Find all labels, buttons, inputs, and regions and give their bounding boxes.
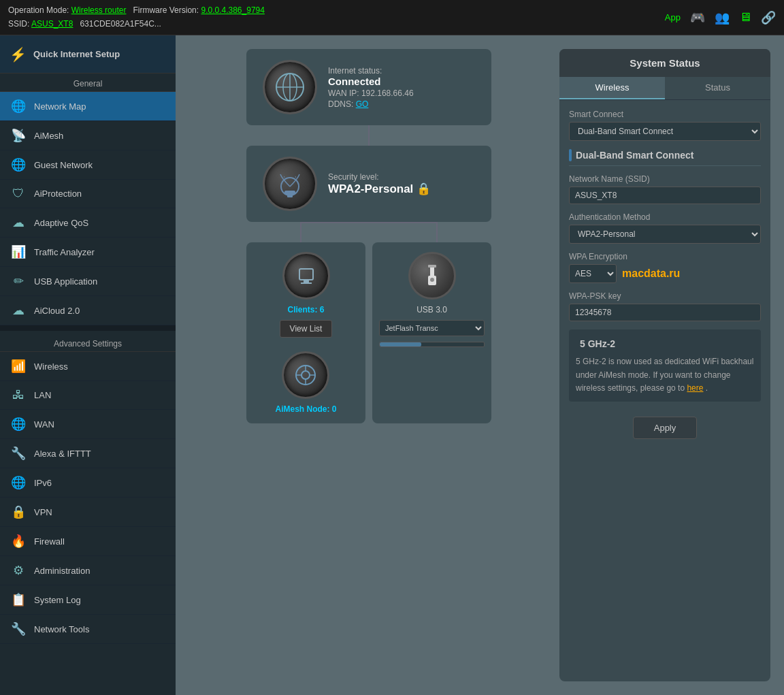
wpa-psk-input[interactable] xyxy=(569,304,761,321)
svg-rect-18 xyxy=(428,265,436,268)
dual-band-section: Dual-Band Smart Connect xyxy=(569,149,761,166)
svg-point-11 xyxy=(301,371,310,379)
operation-mode-label: Operation Mode: xyxy=(8,5,69,15)
svg-rect-6 xyxy=(287,195,293,197)
smart-connect-group: Smart Connect Dual-Band Smart Connect 2.… xyxy=(569,110,761,141)
internet-status-value: Connected xyxy=(328,76,414,87)
connector-internet-router xyxy=(368,125,370,146)
sidebar-item-ipv6[interactable]: 🌐 IPv6 xyxy=(0,468,176,498)
internet-node: Internet status: Connected WAN IP: 192.1… xyxy=(246,49,491,125)
sidebar-item-usb-application[interactable]: ✏ USB Application xyxy=(0,267,176,296)
sidebar-item-wan[interactable]: 🌐 WAN xyxy=(0,410,176,439)
network-map-label: Network Map xyxy=(34,101,86,112)
view-list-button[interactable]: View List xyxy=(280,320,333,338)
network-name-group: Network Name (SSID) xyxy=(569,174,761,204)
internet-wan-ip: WAN IP: 192.168.66.46 xyxy=(328,88,414,98)
router-info: Security level: WPA2-Personal 🔒 xyxy=(328,172,431,196)
gamepad-icon[interactable]: 🎮 xyxy=(690,10,705,25)
usb-icon xyxy=(408,252,456,300)
ipv6-label: IPv6 xyxy=(34,478,52,488)
ipv6-icon: 🌐 xyxy=(10,475,27,490)
system-log-label: System Log xyxy=(34,595,81,605)
ghz-title: 5 GHz-2 xyxy=(576,336,754,351)
svg-rect-9 xyxy=(301,282,312,284)
traffic-analyzer-label: Traffic Analyzer xyxy=(34,247,95,257)
operation-mode-value[interactable]: Wireless router xyxy=(71,5,127,15)
smart-connect-select[interactable]: Dual-Band Smart Connect 2.4 GHz 5 GHz xyxy=(569,122,761,141)
aimesh-label: AiMesh xyxy=(34,131,63,141)
users-icon[interactable]: 👥 xyxy=(715,10,730,25)
clients-label: Clients: 6 xyxy=(287,305,324,314)
sidebar-item-quick-setup[interactable]: ⚡ Quick Internet Setup xyxy=(0,35,176,74)
wireless-icon: 📶 xyxy=(10,359,27,374)
quick-setup-label: Quick Internet Setup xyxy=(33,49,120,59)
ssid-value[interactable]: ASUS_XT8 xyxy=(31,19,73,29)
sidebar-item-network-map[interactable]: 🌐 Network Map xyxy=(0,92,176,121)
security-label: Security level: xyxy=(328,172,431,182)
firewall-label: Firewall xyxy=(34,536,65,547)
usb-device-select[interactable]: JetFlash Transc xyxy=(379,320,485,336)
panel-title: System Status xyxy=(559,49,770,77)
ghz-here-link[interactable]: here xyxy=(687,383,703,393)
usb-storage-bar xyxy=(379,342,485,347)
aiprotection-label: AiProtection xyxy=(34,189,82,199)
network-name-input[interactable] xyxy=(569,187,761,204)
network-tools-label: Network Tools xyxy=(34,624,89,634)
ddns-go-link[interactable]: GO xyxy=(356,99,369,109)
app-label: App xyxy=(665,12,681,22)
h-connector-left xyxy=(300,222,301,242)
aimesh-node-group: AiMesh Node: 0 xyxy=(275,351,336,414)
watermark: macdata.ru xyxy=(622,268,680,280)
sidebar-item-administration[interactable]: ⚙ Administration xyxy=(0,556,176,585)
sidebar-item-guest-network[interactable]: 🌐 Guest Network xyxy=(0,150,176,180)
sidebar-item-alexa-ifttt[interactable]: 🔧 Alexa & IFTTT xyxy=(0,439,176,468)
network-tools-icon: 🔧 xyxy=(10,621,27,636)
ssid-extra: 631CDE082A1F54C... xyxy=(80,19,161,29)
aiprotection-icon: 🛡 xyxy=(10,187,27,201)
dual-band-header: Dual-Band Smart Connect xyxy=(569,149,761,166)
alexa-icon: 🔧 xyxy=(10,446,27,461)
lock-icon: 🔒 xyxy=(416,182,431,195)
share-icon[interactable]: 🔗 xyxy=(761,10,776,25)
quick-setup-icon: ⚡ xyxy=(10,46,27,63)
clients-icon xyxy=(282,252,330,300)
usb-label: USB 3.0 xyxy=(416,305,447,314)
sidebar-item-traffic-analyzer[interactable]: 📊 Traffic Analyzer xyxy=(0,238,176,267)
accent-bar xyxy=(569,149,572,161)
smart-connect-label: Smart Connect xyxy=(569,110,761,119)
auth-method-select[interactable]: WPA2-Personal WPA3-Personal Open xyxy=(569,225,761,244)
aimesh-node-label: AiMesh Node: 0 xyxy=(275,404,336,414)
sidebar-item-network-tools[interactable]: 🔧 Network Tools xyxy=(0,615,176,644)
tab-wireless[interactable]: Wireless xyxy=(559,77,665,99)
sidebar-item-system-log[interactable]: 📋 System Log xyxy=(0,585,176,615)
tab-status[interactable]: Status xyxy=(665,77,770,99)
sidebar-item-aiprotection[interactable]: 🛡 AiProtection xyxy=(0,180,176,208)
sidebar-item-aimesh[interactable]: 📡 AiMesh xyxy=(0,121,176,150)
sidebar-item-firewall[interactable]: 🔥 Firewall xyxy=(0,527,176,556)
sidebar-item-adaptive-qos[interactable]: ☁ Adaptive QoS xyxy=(0,208,176,238)
internet-icon xyxy=(263,60,317,114)
aicloud-icon: ☁ xyxy=(10,303,27,318)
wireless-label: Wireless xyxy=(34,361,68,372)
sidebar-item-aicloud[interactable]: ☁ AiCloud 2.0 xyxy=(0,296,176,325)
administration-label: Administration xyxy=(34,566,90,576)
lan-icon: 🖧 xyxy=(10,388,27,402)
h-connector-right xyxy=(436,222,438,242)
apply-button[interactable]: Apply xyxy=(633,417,698,439)
wpa-psk-group: WPA-PSK key xyxy=(569,291,761,321)
wpa-encryption-select[interactable]: AES TKIP xyxy=(569,264,617,283)
sidebar-item-wireless[interactable]: 📶 Wireless xyxy=(0,352,176,381)
svg-rect-5 xyxy=(284,191,295,195)
traffic-analyzer-icon: 📊 xyxy=(10,244,27,259)
monitor-icon[interactable]: 🖥 xyxy=(739,10,751,25)
auth-method-group: Authentication Method WPA2-Personal WPA3… xyxy=(569,212,761,244)
usb-node: USB 3.0 JetFlash Transc xyxy=(372,242,491,423)
vpn-label: VPN xyxy=(34,507,52,517)
guest-network-label: Guest Network xyxy=(34,160,93,170)
sidebar-item-lan[interactable]: 🖧 LAN xyxy=(0,381,176,410)
security-value: WPA2-Personal 🔒 xyxy=(328,182,431,196)
router-icon xyxy=(263,157,317,211)
internet-info: Internet status: Connected WAN IP: 192.1… xyxy=(328,66,414,109)
sidebar-item-vpn[interactable]: 🔒 VPN xyxy=(0,498,176,527)
firmware-value[interactable]: 9.0.0.4.386_9794 xyxy=(201,5,264,15)
